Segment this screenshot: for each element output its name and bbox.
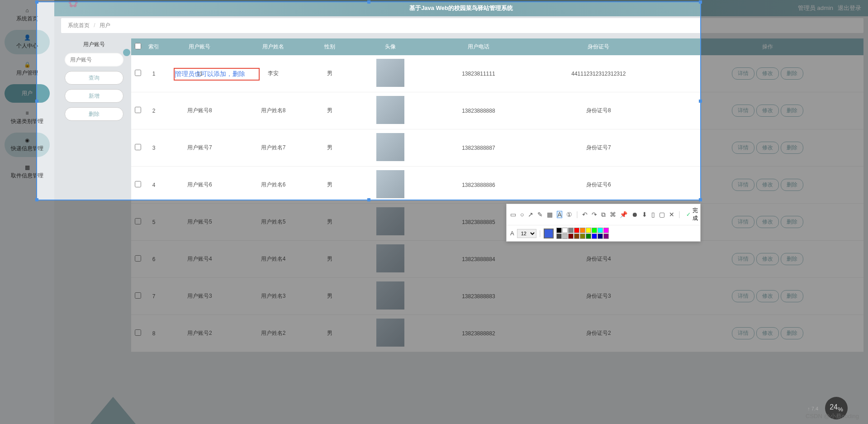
detail-button[interactable]: 详情: [732, 327, 754, 339]
select-all-checkbox[interactable]: [135, 43, 141, 49]
done-button[interactable]: ✓完成: [686, 207, 698, 222]
color-swatch[interactable]: [556, 228, 562, 233]
detail-button[interactable]: 详情: [732, 216, 754, 228]
mosaic-tool-icon[interactable]: ▦: [547, 211, 553, 218]
color-swatch[interactable]: [574, 233, 579, 239]
row-checkbox[interactable]: [135, 181, 141, 187]
delete-row-button[interactable]: 删除: [781, 327, 803, 339]
color-swatch[interactable]: [586, 233, 591, 239]
pin-tool-icon[interactable]: 📌: [620, 211, 627, 218]
delete-row-button[interactable]: 删除: [781, 290, 803, 302]
cell-account: 用户账号8: [163, 92, 237, 129]
color-swatch[interactable]: [598, 228, 603, 233]
sidebar-item-1[interactable]: 👤个人中心: [5, 30, 50, 54]
color-swatch[interactable]: [562, 228, 568, 233]
color-swatch[interactable]: [556, 233, 562, 239]
cell-ops: 详情修改删除: [671, 241, 863, 278]
detail-button[interactable]: 详情: [732, 179, 754, 191]
header: ✿ 基于Java Web的校园菜鸟驿站管理系统 管理员 admin 退出登录: [54, 0, 868, 16]
cell-idcard: 身份证号2: [526, 315, 671, 352]
cell-ops: 详情修改删除: [671, 92, 863, 129]
selected-color-swatch[interactable]: [544, 229, 554, 238]
close-icon[interactable]: ✕: [669, 211, 674, 218]
circle-tool-icon[interactable]: ○: [520, 211, 524, 218]
edit-button[interactable]: 修改: [756, 67, 779, 80]
admin-label[interactable]: 管理员 admin: [798, 4, 833, 12]
download-icon[interactable]: ⬇: [642, 211, 647, 218]
detail-button[interactable]: 详情: [732, 142, 754, 154]
logout-link[interactable]: 退出登录: [838, 4, 861, 12]
sidebar-item-2[interactable]: 🔒用户管理: [5, 57, 50, 81]
avatar-image: [376, 244, 404, 272]
edit-button[interactable]: 修改: [756, 105, 779, 117]
search-input[interactable]: [65, 53, 123, 67]
delete-row-button[interactable]: 删除: [781, 105, 803, 117]
sidebar-item-5[interactable]: ◉快递信息管理: [5, 133, 50, 157]
detail-button[interactable]: 详情: [732, 105, 754, 117]
crop-tool-icon[interactable]: ⧉: [601, 211, 606, 218]
edit-button[interactable]: 修改: [756, 179, 779, 191]
detail-button[interactable]: 详情: [732, 67, 754, 80]
undo-icon[interactable]: ↶: [582, 211, 588, 218]
edit-button[interactable]: 修改: [756, 327, 779, 339]
ocr-tool-icon[interactable]: ⌘: [610, 211, 616, 218]
counter-tool-icon[interactable]: ①: [566, 211, 572, 218]
query-button[interactable]: 查询: [65, 71, 123, 85]
delete-row-button[interactable]: 删除: [781, 142, 803, 154]
row-checkbox[interactable]: [135, 144, 141, 150]
save-icon[interactable]: ▢: [659, 211, 665, 218]
search-slider-knob[interactable]: [123, 49, 130, 56]
perf-side-text: ↑ 7.4: [807, 406, 818, 411]
cell-name: 用户姓名4: [237, 241, 310, 278]
color-swatch[interactable]: [562, 233, 568, 239]
pen-tool-icon[interactable]: ✎: [537, 211, 543, 218]
col-header-1: 索引: [145, 38, 163, 55]
redo-icon[interactable]: ↷: [592, 211, 597, 218]
delete-row-button[interactable]: 删除: [781, 179, 803, 191]
add-button[interactable]: 新增: [65, 89, 123, 103]
color-swatch[interactable]: [580, 233, 585, 239]
color-swatch[interactable]: [592, 228, 597, 233]
color-swatch[interactable]: [603, 233, 609, 239]
text-tool-icon[interactable]: A: [557, 211, 562, 218]
font-size-select[interactable]: 12: [517, 229, 536, 238]
delete-row-button[interactable]: 删除: [781, 67, 803, 80]
color-swatch[interactable]: [603, 228, 609, 233]
row-checkbox[interactable]: [135, 218, 141, 224]
color-swatch[interactable]: [568, 228, 574, 233]
arrow-tool-icon[interactable]: ↗: [528, 211, 533, 218]
sidebar: ⌂系统首页👤个人中心🔒用户管理用户≡快递类别管理◉快递信息管理▦取件信息管理: [0, 0, 54, 424]
row-checkbox[interactable]: [135, 70, 141, 76]
color-swatch[interactable]: [598, 233, 603, 239]
copy-icon[interactable]: ▯: [651, 211, 655, 218]
breadcrumb-home[interactable]: 系统首页: [68, 22, 90, 29]
sidebar-item-3[interactable]: 用户: [5, 84, 50, 103]
sidebar-item-0[interactable]: ⌂系统首页: [5, 3, 50, 27]
color-swatch[interactable]: [592, 233, 597, 239]
cell-gender: 男: [310, 315, 350, 352]
color-swatch[interactable]: [574, 228, 579, 233]
record-tool-icon[interactable]: ⏺: [631, 211, 638, 218]
delete-row-button[interactable]: 删除: [781, 253, 803, 265]
edit-button[interactable]: 修改: [756, 290, 779, 302]
row-checkbox[interactable]: [135, 255, 141, 262]
color-swatch[interactable]: [586, 228, 591, 233]
sidebar-item-4[interactable]: ≡快递类别管理: [5, 105, 50, 130]
row-checkbox[interactable]: [135, 329, 141, 336]
edit-button[interactable]: 修改: [756, 142, 779, 154]
edit-button[interactable]: 修改: [756, 216, 779, 228]
cell-phone: 13823888882: [432, 315, 526, 352]
row-checkbox[interactable]: [135, 292, 141, 299]
delete-button[interactable]: 删除: [65, 107, 123, 121]
color-swatch[interactable]: [568, 233, 574, 239]
detail-button[interactable]: 详情: [732, 290, 754, 302]
annotation-text[interactable]: 管理员也可以添加，删除: [175, 70, 245, 78]
edit-button[interactable]: 修改: [756, 253, 779, 265]
row-checkbox[interactable]: [135, 107, 141, 113]
rect-tool-icon[interactable]: ▭: [510, 211, 516, 218]
color-swatch[interactable]: [580, 228, 585, 233]
sidebar-icon: ≡: [25, 110, 28, 116]
detail-button[interactable]: 详情: [732, 253, 754, 265]
delete-row-button[interactable]: 删除: [781, 216, 803, 228]
sidebar-item-6[interactable]: ▦取件信息管理: [5, 160, 50, 184]
